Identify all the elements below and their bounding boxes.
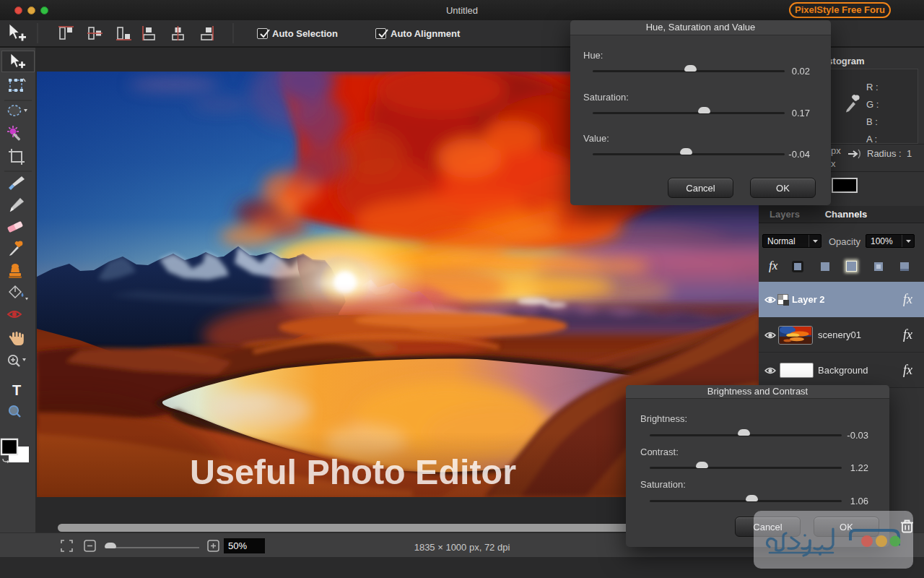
svg-text:Useful Photo Editor: Useful Photo Editor bbox=[190, 452, 516, 491]
svg-text:T: T bbox=[12, 382, 21, 398]
